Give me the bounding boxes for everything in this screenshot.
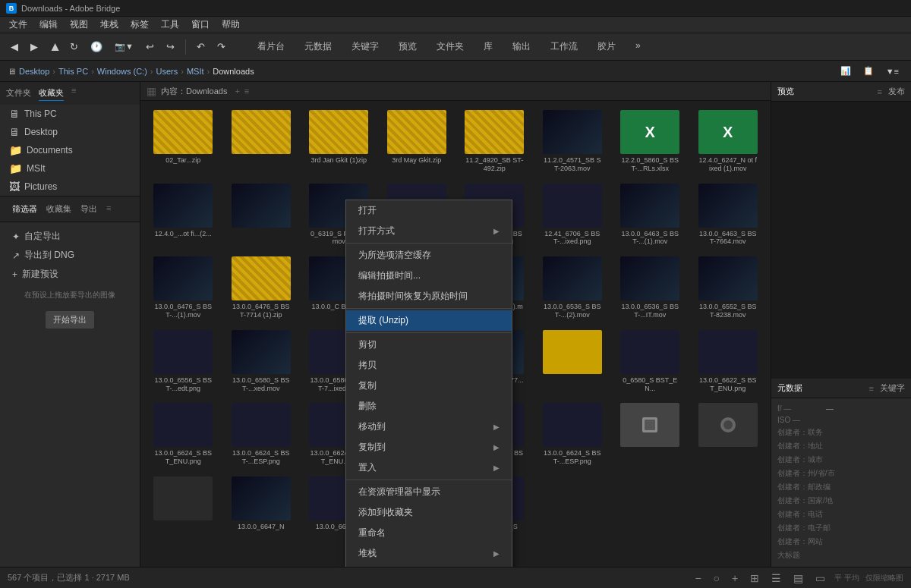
thumb-item[interactable]: 13.0.0_6463_S BST-7664.mov (692, 181, 765, 250)
ctx-batch-rename[interactable]: 批重命名... (346, 564, 512, 567)
thumb-item[interactable]: 3rd May Gkit.zip (380, 107, 454, 176)
undo-button[interactable]: ↶ (192, 39, 210, 55)
thumb-item[interactable]: 13.0.0_6536_S BST-...IT.mov (613, 253, 687, 322)
sidebar-item-documents[interactable]: 📁 Documents (0, 141, 140, 159)
thumb-item[interactable]: X 12.2.0_5860_S BST-...RLs.xlsx (613, 107, 687, 176)
ctx-rename[interactable]: 重命名 (346, 523, 512, 543)
menu-tools[interactable]: 工具 (155, 17, 185, 33)
export-item-custom[interactable]: ✦ 自定导出 (6, 227, 134, 246)
export-item-new[interactable]: + 新建预设 (6, 265, 134, 284)
filter-tab-filter[interactable]: 筛选器 (12, 203, 37, 215)
zoom-slider[interactable]: ○ (711, 571, 723, 586)
view-details-button[interactable]: ▤ (790, 571, 806, 586)
view-mode-button-2[interactable]: 📋 (859, 64, 878, 78)
thumb-item[interactable]: 13.0.0_6536_S BST-...(2).mov (536, 253, 610, 322)
tab-preview[interactable]: 预览 (389, 37, 426, 56)
tab-film[interactable]: 胶片 (588, 37, 625, 56)
thumb-item[interactable]: 13.0.0_6580_S BST-...xed.mov (225, 327, 298, 396)
zoom-in-button[interactable]: + (729, 571, 741, 586)
tab-lightbox[interactable]: 看片台 (248, 37, 294, 56)
menu-file[interactable]: 文件 (3, 17, 33, 33)
ctx-duplicate[interactable]: 复制 (346, 376, 512, 396)
nav-up-button[interactable]: ▶ (46, 39, 62, 55)
filter-more-icon[interactable]: ≡ (106, 203, 111, 215)
tab-library[interactable]: 库 (474, 37, 502, 56)
thumb-item[interactable]: 13.0.0_6624_S BST_ENU.png (147, 400, 220, 469)
view-list-button[interactable]: ☰ (768, 571, 784, 586)
sidebar-tab-folders[interactable]: 文件夹 (6, 86, 31, 101)
thumb-item[interactable]: X 12.4.0_6247_N ot fixed (1).mov (692, 107, 765, 176)
tab-workflow[interactable]: 工作流 (541, 37, 587, 56)
thumb-item[interactable]: 3rd Jan Gkit (1)zip (302, 107, 376, 176)
view-filmstrip-button[interactable]: ▭ (812, 571, 828, 586)
ctx-copy[interactable]: 拷贝 (346, 355, 512, 376)
ctx-unzip[interactable]: 提取 (Unzip) (346, 310, 512, 331)
tab-more[interactable]: » (626, 37, 650, 56)
zoom-out-button[interactable]: − (692, 571, 704, 586)
right-tab-keywords[interactable]: 关键字 (880, 382, 905, 394)
thumb-item[interactable]: 13.0.0_6552_S BST-8238.mov (692, 253, 765, 322)
thumb-item[interactable]: 13.0.0_6647_N (225, 473, 298, 534)
thumb-item[interactable]: 11.2.0_4571_SB ST-2063.mov (536, 107, 610, 176)
ctx-restore-time[interactable]: 将拍摄时间恢复为原始时间 (346, 286, 512, 307)
thumb-item[interactable] (147, 473, 220, 534)
ctx-clear-cache[interactable]: 为所选项清空缓存 (346, 245, 512, 266)
thumb-item[interactable] (536, 327, 610, 396)
right-meta-more[interactable]: ≡ (869, 384, 874, 393)
thumb-item[interactable]: 13.0.0_6622_S BST_ENU.png (692, 327, 765, 396)
right-more-icon[interactable]: ≡ (878, 87, 882, 96)
ctx-place[interactable]: 置入▶ (346, 458, 512, 478)
menu-window[interactable]: 窗口 (185, 17, 216, 33)
view-thumbs-button[interactable]: ⊞ (747, 571, 762, 586)
filter-button[interactable]: ▼≡ (881, 64, 903, 78)
thumb-item[interactable]: 12.4.0_...ot fi...(2... (147, 181, 220, 250)
right-publish-btn[interactable]: 发布 (888, 86, 905, 97)
ctx-open-with[interactable]: 打开方式▶ (346, 221, 512, 241)
sidebar-more-icon[interactable]: ≡ (71, 86, 76, 101)
breadcrumb-windows[interactable]: Windows (C:) (97, 67, 147, 76)
recent-button[interactable]: 🕐 (86, 39, 107, 55)
rotate-right-button[interactable]: ↪ (162, 39, 179, 55)
ctx-show-in-explorer[interactable]: 在资源管理器中显示 (346, 482, 512, 502)
ctx-move-to[interactable]: 移动到▶ (346, 417, 512, 437)
content-menu-icon[interactable]: ≡ (244, 86, 249, 96)
sidebar-item-thispc[interactable]: 🖥 This PC (0, 105, 140, 123)
breadcrumb-thispc[interactable]: This PC (58, 67, 88, 76)
thumb-item[interactable]: 12.41_6706_S BST-...ixed.png (536, 181, 610, 250)
ctx-add-to-favorites[interactable]: 添加到收藏夹 (346, 502, 512, 523)
content-add-icon[interactable]: + (235, 86, 239, 96)
thumb-item[interactable]: 13.0.0_6624_S BST-...ESP.png (536, 400, 610, 469)
redo-button[interactable]: ↷ (213, 39, 230, 55)
thumb-item[interactable] (613, 400, 687, 469)
menu-view[interactable]: 视图 (64, 17, 94, 33)
thumb-item[interactable] (692, 400, 765, 469)
tab-folders[interactable]: 文件夹 (427, 37, 473, 56)
thumb-item[interactable]: 11.2_4920_SB ST-492.zip (458, 107, 531, 176)
breadcrumb-msit[interactable]: MSIt (187, 67, 204, 76)
sidebar-item-desktop[interactable]: 🖥 Desktop (0, 123, 140, 141)
export-item-dng[interactable]: ↗ 导出到 DNG (6, 246, 134, 265)
thumb-item[interactable]: 0_6580_S BST_EN... (613, 327, 687, 396)
menu-label[interactable]: 标签 (125, 17, 155, 33)
sidebar-item-msit[interactable]: 📁 MSIt (0, 159, 140, 178)
breadcrumb-desktop[interactable]: Desktop (19, 67, 49, 76)
thumb-item[interactable] (225, 181, 298, 250)
thumb-item[interactable]: 13.0.0_6476_S BST-...(1).mov (147, 253, 220, 322)
ctx-stack[interactable]: 堆栈▶ (346, 543, 512, 564)
ctx-cut[interactable]: 剪切 (346, 335, 512, 355)
sidebar-item-pictures[interactable]: 🖼 Pictures (0, 178, 140, 196)
ctx-delete[interactable]: 删除 (346, 396, 512, 417)
sidebar-tab-favorites[interactable]: 收藏夹 (39, 86, 64, 101)
filter-tab-export[interactable]: 导出 (80, 203, 97, 215)
tab-keywords[interactable]: 关键字 (342, 37, 388, 56)
thumb-item[interactable]: 13.0.0_6463_S BST-...(1).mov (613, 181, 687, 250)
menu-stack[interactable]: 堆栈 (94, 17, 125, 33)
rotate-left-button[interactable]: ↩ (141, 39, 159, 55)
ctx-open[interactable]: 打开 (346, 200, 512, 221)
refresh-button[interactable]: ↻ (65, 39, 83, 55)
menu-help[interactable]: 帮助 (216, 17, 246, 33)
view-mode-button-1[interactable]: 📊 (836, 64, 856, 78)
filter-tab-collections[interactable]: 收藏集 (46, 203, 71, 215)
tab-metadata[interactable]: 元数据 (295, 37, 341, 56)
right-tab-preview[interactable]: 预览 (777, 86, 794, 97)
